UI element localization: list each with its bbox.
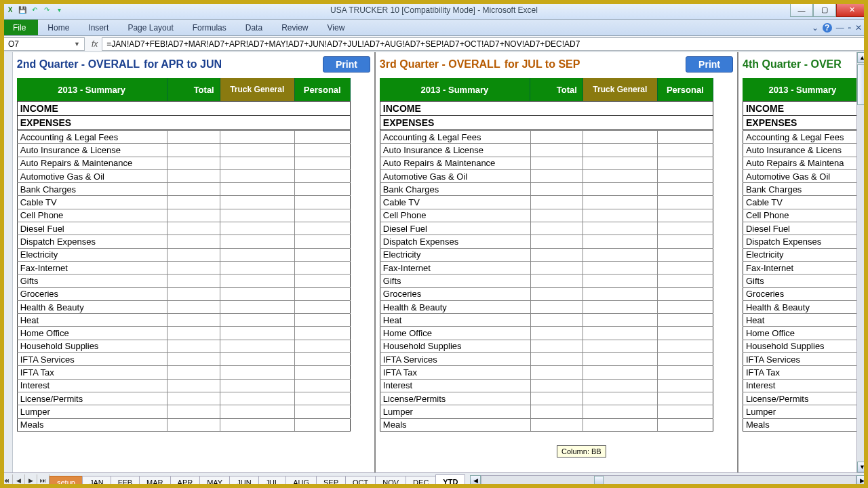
expense-cell[interactable] <box>220 353 295 366</box>
tab-view[interactable]: View <box>318 20 355 35</box>
expense-cell[interactable] <box>658 392 713 405</box>
tab-data[interactable]: Data <box>236 20 272 35</box>
expense-cell[interactable] <box>294 300 350 313</box>
expense-cell[interactable] <box>220 261 295 274</box>
expense-label[interactable]: Dispatch Expenses <box>743 235 863 248</box>
expense-cell[interactable] <box>167 196 220 209</box>
expense-cell[interactable] <box>530 300 583 313</box>
minimize-button[interactable]: — <box>790 3 813 17</box>
expense-cell[interactable] <box>167 248 220 261</box>
expense-label[interactable]: Cable TV <box>743 196 863 209</box>
expense-cell[interactable] <box>220 405 295 418</box>
expense-label[interactable]: Health & Beauty <box>380 300 530 313</box>
expense-cell[interactable] <box>167 287 220 300</box>
expense-label[interactable]: Auto Repairs & Maintenance <box>380 157 530 169</box>
expense-label[interactable]: IFTA Tax <box>743 366 863 379</box>
expense-label[interactable]: License/Permits <box>743 392 863 405</box>
expense-label[interactable]: Household Supplies <box>380 340 530 352</box>
expense-label[interactable]: Automotive Gas & Oil <box>17 169 167 182</box>
scroll-left-icon[interactable]: ◀ <box>470 475 481 486</box>
expense-cell[interactable] <box>658 366 713 379</box>
name-box-dropdown-icon[interactable]: ▼ <box>74 41 80 47</box>
tab-nav-last-icon[interactable]: ⏭ <box>37 474 50 487</box>
expense-cell[interactable] <box>658 157 713 169</box>
expense-cell[interactable] <box>220 183 295 196</box>
expense-cell[interactable] <box>294 392 350 405</box>
expense-cell[interactable] <box>530 248 583 261</box>
expense-label[interactable]: Auto Insurance & Licens <box>743 144 863 157</box>
horizontal-scrollbar[interactable]: ◀ ▶ <box>470 475 867 486</box>
expense-label[interactable]: IFTA Services <box>17 353 167 366</box>
expense-cell[interactable] <box>658 144 713 157</box>
expense-label[interactable]: Cell Phone <box>17 209 167 222</box>
tab-home[interactable]: Home <box>38 20 79 35</box>
expense-cell[interactable] <box>530 196 583 209</box>
expense-label[interactable]: Electricity <box>380 248 530 261</box>
expense-cell[interactable] <box>294 169 350 182</box>
expense-cell[interactable] <box>530 327 583 340</box>
expense-cell[interactable] <box>294 144 350 157</box>
expense-cell[interactable] <box>658 209 713 222</box>
expense-cell[interactable] <box>583 169 658 182</box>
expense-cell[interactable] <box>167 418 220 431</box>
sheet-tab-ytd[interactable]: YTD <box>435 474 465 488</box>
expense-cell[interactable] <box>220 235 295 248</box>
expense-label[interactable]: Lumper <box>743 405 863 418</box>
expense-cell[interactable] <box>530 392 583 405</box>
expense-cell[interactable] <box>167 392 220 405</box>
expense-cell[interactable] <box>294 157 350 169</box>
expense-cell[interactable] <box>658 183 713 196</box>
workbook-close-icon[interactable]: ✕ <box>855 23 862 33</box>
expense-cell[interactable] <box>167 169 220 182</box>
expense-cell[interactable] <box>658 222 713 235</box>
expense-label[interactable]: Home Office <box>17 327 167 340</box>
expense-label[interactable]: Auto Insurance & License <box>17 144 167 157</box>
expense-label[interactable]: Diesel Fuel <box>380 222 530 235</box>
expense-label[interactable]: Dispatch Expenses <box>380 235 530 248</box>
expense-cell[interactable] <box>658 340 713 352</box>
sheet-tab-aug[interactable]: AUG <box>285 476 317 488</box>
sheet-tab-apr[interactable]: APR <box>170 476 201 488</box>
expense-cell[interactable] <box>530 169 583 182</box>
expense-cell[interactable] <box>294 287 350 300</box>
expense-cell[interactable] <box>583 418 658 431</box>
expense-cell[interactable] <box>220 222 295 235</box>
expense-cell[interactable] <box>220 379 295 392</box>
expense-label[interactable]: Health & Beauty <box>17 300 167 313</box>
hscroll-thumb[interactable] <box>594 476 604 485</box>
expense-cell[interactable] <box>583 353 658 366</box>
expense-cell[interactable] <box>294 405 350 418</box>
scroll-up-icon[interactable]: ▲ <box>857 52 867 63</box>
expense-cell[interactable] <box>583 379 658 392</box>
expense-cell[interactable] <box>658 353 713 366</box>
sheet-tab-jan[interactable]: JAN <box>82 476 111 488</box>
expense-label[interactable]: Cable TV <box>380 196 530 209</box>
expense-label[interactable]: Bank Charges <box>17 183 167 196</box>
expense-label[interactable]: IFTA Tax <box>380 366 530 379</box>
expense-cell[interactable] <box>294 353 350 366</box>
scroll-down-icon[interactable]: ▼ <box>857 462 867 472</box>
expense-label[interactable]: Accounting & Legal Fees <box>17 131 167 144</box>
expense-label[interactable]: Home Office <box>380 327 530 340</box>
expense-cell[interactable] <box>530 235 583 248</box>
expense-cell[interactable] <box>530 379 583 392</box>
expense-cell[interactable] <box>294 327 350 340</box>
tab-page-layout[interactable]: Page Layout <box>118 20 182 35</box>
expense-label[interactable]: Lumper <box>17 405 167 418</box>
expense-label[interactable]: Automotive Gas & Oil <box>380 169 530 182</box>
formula-input[interactable]: =JAN!AD7+FEB!AD7+MAR!AD7+APR!AD7+MAY!AD7… <box>102 37 867 51</box>
expense-cell[interactable] <box>220 248 295 261</box>
expense-cell[interactable] <box>167 157 220 169</box>
expense-label[interactable]: Interest <box>743 379 863 392</box>
expense-label[interactable]: Automotive Gas & Oil <box>743 169 863 182</box>
expense-cell[interactable] <box>294 379 350 392</box>
expense-label[interactable]: Meals <box>743 418 863 431</box>
expense-label[interactable]: IFTA Tax <box>17 366 167 379</box>
expense-cell[interactable] <box>167 353 220 366</box>
expense-label[interactable]: Auto Repairs & Maintena <box>743 157 863 169</box>
expense-cell[interactable] <box>167 274 220 287</box>
expense-cell[interactable] <box>220 131 295 144</box>
workbook-min-icon[interactable]: — <box>836 23 844 33</box>
expense-cell[interactable] <box>658 235 713 248</box>
expense-cell[interactable] <box>583 327 658 340</box>
